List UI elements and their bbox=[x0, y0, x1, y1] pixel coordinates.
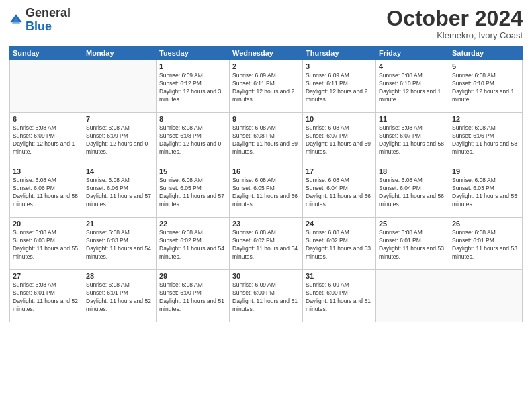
day-info: Sunrise: 6:08 AMSunset: 6:05 PMDaylight:… bbox=[159, 177, 226, 209]
day-number: 6 bbox=[13, 115, 80, 123]
calendar-cell: 19Sunrise: 6:08 AMSunset: 6:03 PMDayligh… bbox=[449, 165, 523, 218]
day-info: Sunrise: 6:08 AMSunset: 6:08 PMDaylight:… bbox=[232, 124, 300, 156]
calendar-cell bbox=[83, 60, 157, 113]
logo-general: General bbox=[26, 6, 71, 19]
day-info: Sunrise: 6:08 AMSunset: 6:04 PMDaylight:… bbox=[306, 177, 373, 209]
day-number: 13 bbox=[13, 167, 80, 175]
day-number: 11 bbox=[379, 115, 446, 123]
day-number: 5 bbox=[452, 62, 519, 71]
day-info: Sunrise: 6:09 AMSunset: 6:11 PMDaylight:… bbox=[306, 72, 373, 104]
day-info: Sunrise: 6:09 AMSunset: 6:00 PMDaylight:… bbox=[306, 281, 373, 314]
day-number: 18 bbox=[379, 167, 446, 175]
day-info: Sunrise: 6:08 AMSunset: 6:06 PMDaylight:… bbox=[452, 124, 519, 156]
calendar-cell: 23Sunrise: 6:08 AMSunset: 6:02 PMDayligh… bbox=[230, 218, 303, 270]
day-number: 31 bbox=[306, 272, 373, 280]
day-info: Sunrise: 6:08 AMSunset: 6:02 PMDaylight:… bbox=[306, 229, 373, 261]
page: General Blue October 2024 Klemekro, Ivor… bbox=[0, 0, 532, 411]
calendar-cell: 16Sunrise: 6:08 AMSunset: 6:05 PMDayligh… bbox=[230, 165, 303, 218]
day-number: 7 bbox=[86, 115, 153, 123]
day-number: 27 bbox=[13, 272, 80, 280]
logo-text: General Blue bbox=[26, 7, 71, 34]
day-info: Sunrise: 6:08 AMSunset: 6:01 PMDaylight:… bbox=[86, 281, 153, 314]
day-info: Sunrise: 6:08 AMSunset: 6:06 PMDaylight:… bbox=[86, 177, 153, 209]
day-info: Sunrise: 6:08 AMSunset: 6:10 PMDaylight:… bbox=[379, 72, 446, 104]
day-info: Sunrise: 6:08 AMSunset: 6:01 PMDaylight:… bbox=[13, 281, 80, 314]
calendar-cell: 15Sunrise: 6:08 AMSunset: 6:05 PMDayligh… bbox=[157, 165, 230, 218]
calendar-cell: 28Sunrise: 6:08 AMSunset: 6:01 PMDayligh… bbox=[83, 270, 157, 322]
calendar-cell: 14Sunrise: 6:08 AMSunset: 6:06 PMDayligh… bbox=[83, 165, 157, 218]
calendar-cell bbox=[376, 270, 449, 322]
calendar-cell: 22Sunrise: 6:08 AMSunset: 6:02 PMDayligh… bbox=[157, 218, 230, 270]
calendar-cell: 8Sunrise: 6:08 AMSunset: 6:08 PMDaylight… bbox=[157, 113, 230, 165]
day-number: 16 bbox=[232, 167, 300, 175]
day-info: Sunrise: 6:08 AMSunset: 6:03 PMDaylight:… bbox=[452, 177, 519, 209]
day-info: Sunrise: 6:08 AMSunset: 6:06 PMDaylight:… bbox=[13, 177, 80, 209]
day-info: Sunrise: 6:08 AMSunset: 6:09 PMDaylight:… bbox=[86, 124, 153, 156]
logo: General Blue bbox=[9, 7, 71, 34]
calendar-cell: 13Sunrise: 6:08 AMSunset: 6:06 PMDayligh… bbox=[10, 165, 83, 218]
week-row: 13Sunrise: 6:08 AMSunset: 6:06 PMDayligh… bbox=[10, 165, 523, 218]
calendar-cell: 3Sunrise: 6:09 AMSunset: 6:11 PMDaylight… bbox=[303, 60, 376, 113]
day-number: 24 bbox=[306, 220, 373, 228]
weekday-header: Monday bbox=[83, 46, 157, 60]
week-row: 6Sunrise: 6:08 AMSunset: 6:09 PMDaylight… bbox=[10, 113, 523, 165]
calendar-cell bbox=[10, 60, 83, 113]
day-number: 21 bbox=[86, 220, 153, 228]
week-row: 1Sunrise: 6:09 AMSunset: 6:12 PMDaylight… bbox=[10, 60, 523, 113]
day-number: 17 bbox=[306, 167, 373, 175]
calendar-cell: 9Sunrise: 6:08 AMSunset: 6:08 PMDaylight… bbox=[230, 113, 303, 165]
day-number: 1 bbox=[159, 62, 226, 71]
day-number: 30 bbox=[232, 272, 300, 280]
calendar-cell: 12Sunrise: 6:08 AMSunset: 6:06 PMDayligh… bbox=[449, 113, 523, 165]
calendar-cell: 21Sunrise: 6:08 AMSunset: 6:03 PMDayligh… bbox=[83, 218, 157, 270]
calendar-cell: 31Sunrise: 6:09 AMSunset: 6:00 PMDayligh… bbox=[303, 270, 376, 322]
calendar-cell: 6Sunrise: 6:08 AMSunset: 6:09 PMDaylight… bbox=[10, 113, 83, 165]
day-number: 3 bbox=[306, 62, 373, 71]
calendar-cell: 11Sunrise: 6:08 AMSunset: 6:07 PMDayligh… bbox=[376, 113, 449, 165]
day-info: Sunrise: 6:08 AMSunset: 6:07 PMDaylight:… bbox=[379, 124, 446, 156]
calendar-cell: 27Sunrise: 6:08 AMSunset: 6:01 PMDayligh… bbox=[10, 270, 83, 322]
day-number: 20 bbox=[13, 220, 80, 228]
day-number: 4 bbox=[379, 62, 446, 71]
day-info: Sunrise: 6:08 AMSunset: 6:03 PMDaylight:… bbox=[86, 229, 153, 261]
calendar-cell: 24Sunrise: 6:08 AMSunset: 6:02 PMDayligh… bbox=[303, 218, 376, 270]
day-info: Sunrise: 6:08 AMSunset: 6:00 PMDaylight:… bbox=[159, 281, 226, 314]
day-number: 8 bbox=[159, 115, 226, 123]
day-number: 23 bbox=[232, 220, 300, 228]
day-info: Sunrise: 6:08 AMSunset: 6:08 PMDaylight:… bbox=[159, 124, 226, 156]
calendar-table: SundayMondayTuesdayWednesdayThursdayFrid… bbox=[9, 46, 523, 322]
header: General Blue October 2024 Klemekro, Ivor… bbox=[9, 7, 523, 40]
calendar-cell: 10Sunrise: 6:08 AMSunset: 6:07 PMDayligh… bbox=[303, 113, 376, 165]
calendar-cell: 1Sunrise: 6:09 AMSunset: 6:12 PMDaylight… bbox=[157, 60, 230, 113]
day-number: 19 bbox=[452, 167, 519, 175]
day-number: 14 bbox=[86, 167, 153, 175]
day-info: Sunrise: 6:09 AMSunset: 6:00 PMDaylight:… bbox=[232, 281, 300, 314]
calendar-cell: 4Sunrise: 6:08 AMSunset: 6:10 PMDaylight… bbox=[376, 60, 449, 113]
day-number: 9 bbox=[232, 115, 300, 123]
calendar-cell: 20Sunrise: 6:08 AMSunset: 6:03 PMDayligh… bbox=[10, 218, 83, 270]
weekday-header: Sunday bbox=[10, 46, 83, 60]
day-number: 12 bbox=[452, 115, 519, 123]
location: Klemekro, Ivory Coast bbox=[386, 30, 523, 40]
day-info: Sunrise: 6:08 AMSunset: 6:03 PMDaylight:… bbox=[13, 229, 80, 261]
day-info: Sunrise: 6:08 AMSunset: 6:10 PMDaylight:… bbox=[452, 72, 519, 104]
calendar-cell: 5Sunrise: 6:08 AMSunset: 6:10 PMDaylight… bbox=[449, 60, 523, 113]
day-number: 22 bbox=[159, 220, 226, 228]
logo-blue: Blue bbox=[26, 19, 52, 33]
weekday-header: Friday bbox=[376, 46, 449, 60]
logo-icon bbox=[9, 13, 23, 27]
day-number: 2 bbox=[232, 62, 300, 71]
calendar-cell: 25Sunrise: 6:08 AMSunset: 6:01 PMDayligh… bbox=[376, 218, 449, 270]
week-row: 20Sunrise: 6:08 AMSunset: 6:03 PMDayligh… bbox=[10, 218, 523, 270]
weekday-header: Tuesday bbox=[157, 46, 230, 60]
weekday-header: Thursday bbox=[303, 46, 376, 60]
day-info: Sunrise: 6:08 AMSunset: 6:09 PMDaylight:… bbox=[13, 124, 80, 156]
calendar-cell: 18Sunrise: 6:08 AMSunset: 6:04 PMDayligh… bbox=[376, 165, 449, 218]
weekday-header-row: SundayMondayTuesdayWednesdayThursdayFrid… bbox=[10, 46, 523, 60]
day-info: Sunrise: 6:08 AMSunset: 6:02 PMDaylight:… bbox=[232, 229, 300, 261]
calendar-cell bbox=[449, 270, 523, 322]
day-info: Sunrise: 6:09 AMSunset: 6:11 PMDaylight:… bbox=[232, 72, 300, 104]
day-info: Sunrise: 6:08 AMSunset: 6:01 PMDaylight:… bbox=[452, 229, 519, 261]
day-info: Sunrise: 6:08 AMSunset: 6:01 PMDaylight:… bbox=[379, 229, 446, 261]
day-info: Sunrise: 6:09 AMSunset: 6:12 PMDaylight:… bbox=[159, 72, 226, 104]
